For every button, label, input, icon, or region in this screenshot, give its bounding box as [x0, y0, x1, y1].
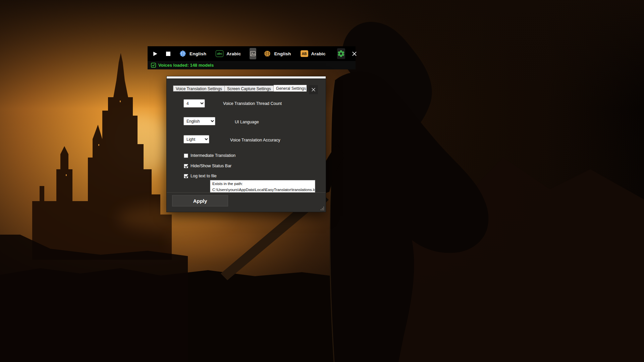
status-message: Voices loaded: 148 models: [158, 63, 214, 68]
close-icon: [352, 51, 357, 56]
intermediate-translation-row: Intermediate Translation: [184, 153, 235, 158]
play-button[interactable]: [152, 51, 158, 57]
intermediate-translation-label: Intermediate Translation: [191, 153, 235, 158]
log-text-to-file-row: Log text to file: [184, 174, 217, 178]
hide-show-status-bar-checkbox[interactable]: [184, 164, 188, 168]
stop-button[interactable]: [166, 52, 170, 56]
tab-general-settings[interactable]: General Settings: [274, 85, 307, 92]
globe-blue-icon: [179, 50, 186, 57]
status-bar: Voices loaded: 148 models: [148, 61, 356, 69]
tab-voice-translation-settings[interactable]: Voice Translation Settings: [173, 85, 225, 92]
log-path-note-line2: C:\Users\yours\AppData\Local\EasyTransla…: [212, 187, 313, 193]
accuracy-select[interactable]: Light: [183, 135, 209, 143]
play-icon: [152, 51, 158, 57]
log-path-note: Exists in the path: C:\Users\yours\AppDa…: [210, 180, 315, 193]
intermediate-translation-checkbox[interactable]: [184, 154, 188, 158]
accuracy-label: Voice Translation Accuracy: [230, 138, 280, 142]
thread-count-select[interactable]: 4: [183, 99, 205, 108]
screen-capture-icon: [250, 50, 256, 57]
resize-grip[interactable]: [320, 206, 324, 210]
target-voice-language-label: English: [274, 51, 291, 56]
settings-dialog: Voice Translation Settings Screen Captur…: [166, 76, 326, 212]
hide-show-status-bar-label: Hide/Show Status Bar: [191, 164, 231, 168]
target-text-language-label: Arabic: [311, 51, 326, 56]
target-voice-language-button[interactable]: English: [264, 50, 291, 57]
settings-tabs: Voice Translation Settings Screen Captur…: [173, 85, 307, 92]
source-voice-language-label: English: [190, 51, 206, 56]
source-text-language-label: Arabic: [226, 51, 241, 56]
toolbar-close-button[interactable]: [352, 51, 357, 56]
status-check-icon: [151, 63, 156, 68]
dialog-close-button[interactable]: [309, 85, 318, 94]
log-path-note-line1: Exists in the path:: [212, 181, 313, 187]
dialog-titlebar[interactable]: [167, 76, 326, 78]
apply-button[interactable]: Apply: [172, 195, 228, 206]
abc-badge-icon: abc: [216, 50, 223, 57]
ui-language-select[interactable]: English: [183, 117, 215, 125]
thread-count-label: Voice Translation Thread Count: [223, 101, 282, 106]
dialog-footer: Apply: [167, 192, 326, 212]
source-text-language-button[interactable]: abc Arabic: [216, 50, 241, 57]
hide-show-status-bar-row: Hide/Show Status Bar: [184, 164, 231, 168]
translator-toolbar: English abc Arabic English AB Arabic: [148, 46, 356, 61]
globe-orange-icon: [264, 50, 271, 57]
source-voice-language-button[interactable]: English: [179, 50, 206, 57]
dialog-close-icon: [311, 87, 316, 92]
log-text-to-file-checkbox[interactable]: [184, 174, 188, 178]
settings-button[interactable]: [337, 48, 345, 59]
tab-screen-capture-settings[interactable]: Screen Capture Settings: [225, 85, 274, 92]
stop-icon: [166, 52, 170, 56]
gear-icon: [337, 50, 345, 58]
ab-badge-icon: AB: [301, 50, 308, 57]
target-text-language-button[interactable]: AB Arabic: [301, 50, 326, 57]
ui-language-label: UI Language: [235, 120, 259, 124]
log-text-to-file-label: Log text to file: [191, 174, 217, 178]
screen-capture-button[interactable]: [250, 48, 256, 59]
